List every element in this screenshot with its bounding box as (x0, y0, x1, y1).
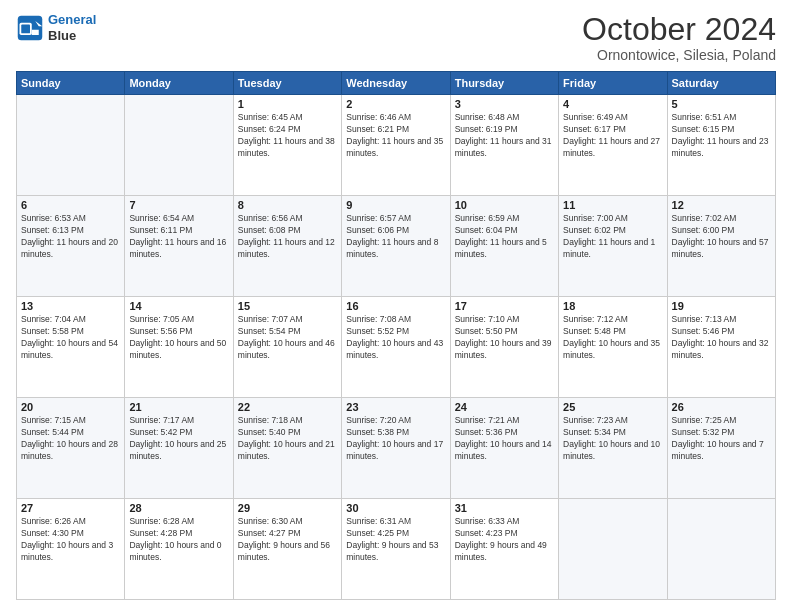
day-detail: Sunrise: 7:00 AMSunset: 6:02 PMDaylight:… (563, 213, 662, 261)
day-number: 14 (129, 300, 228, 312)
day-number: 12 (672, 199, 771, 211)
calendar-table: Sunday Monday Tuesday Wednesday Thursday… (16, 71, 776, 600)
calendar-cell: 24Sunrise: 7:21 AMSunset: 5:36 PMDayligh… (450, 398, 558, 499)
calendar-cell: 6Sunrise: 6:53 AMSunset: 6:13 PMDaylight… (17, 196, 125, 297)
calendar-cell: 11Sunrise: 7:00 AMSunset: 6:02 PMDayligh… (559, 196, 667, 297)
day-detail: Sunrise: 7:15 AMSunset: 5:44 PMDaylight:… (21, 415, 120, 463)
day-number: 10 (455, 199, 554, 211)
day-detail: Sunrise: 6:57 AMSunset: 6:06 PMDaylight:… (346, 213, 445, 261)
calendar-cell: 14Sunrise: 7:05 AMSunset: 5:56 PMDayligh… (125, 297, 233, 398)
weekday-row: Sunday Monday Tuesday Wednesday Thursday… (17, 72, 776, 95)
day-detail: Sunrise: 6:30 AMSunset: 4:27 PMDaylight:… (238, 516, 337, 564)
calendar-cell (125, 95, 233, 196)
col-wednesday: Wednesday (342, 72, 450, 95)
calendar-cell: 27Sunrise: 6:26 AMSunset: 4:30 PMDayligh… (17, 499, 125, 600)
col-sunday: Sunday (17, 72, 125, 95)
day-number: 22 (238, 401, 337, 413)
day-number: 21 (129, 401, 228, 413)
calendar-cell: 21Sunrise: 7:17 AMSunset: 5:42 PMDayligh… (125, 398, 233, 499)
day-number: 20 (21, 401, 120, 413)
calendar-cell: 7Sunrise: 6:54 AMSunset: 6:11 PMDaylight… (125, 196, 233, 297)
month-title: October 2024 (582, 12, 776, 47)
svg-rect-3 (21, 24, 30, 33)
day-number: 8 (238, 199, 337, 211)
calendar-cell: 8Sunrise: 6:56 AMSunset: 6:08 PMDaylight… (233, 196, 341, 297)
col-saturday: Saturday (667, 72, 775, 95)
day-detail: Sunrise: 6:31 AMSunset: 4:25 PMDaylight:… (346, 516, 445, 564)
day-detail: Sunrise: 7:23 AMSunset: 5:34 PMDaylight:… (563, 415, 662, 463)
calendar-cell: 16Sunrise: 7:08 AMSunset: 5:52 PMDayligh… (342, 297, 450, 398)
day-number: 13 (21, 300, 120, 312)
col-friday: Friday (559, 72, 667, 95)
day-detail: Sunrise: 6:45 AMSunset: 6:24 PMDaylight:… (238, 112, 337, 160)
day-number: 18 (563, 300, 662, 312)
calendar-week-3: 20Sunrise: 7:15 AMSunset: 5:44 PMDayligh… (17, 398, 776, 499)
calendar-cell: 4Sunrise: 6:49 AMSunset: 6:17 PMDaylight… (559, 95, 667, 196)
logo-line1: General (48, 12, 96, 27)
day-number: 27 (21, 502, 120, 514)
calendar-body: 1Sunrise: 6:45 AMSunset: 6:24 PMDaylight… (17, 95, 776, 600)
day-number: 9 (346, 199, 445, 211)
day-number: 5 (672, 98, 771, 110)
title-block: October 2024 Ornontowice, Silesia, Polan… (582, 12, 776, 63)
day-detail: Sunrise: 7:10 AMSunset: 5:50 PMDaylight:… (455, 314, 554, 362)
day-detail: Sunrise: 7:18 AMSunset: 5:40 PMDaylight:… (238, 415, 337, 463)
day-number: 26 (672, 401, 771, 413)
calendar-week-1: 6Sunrise: 6:53 AMSunset: 6:13 PMDaylight… (17, 196, 776, 297)
calendar-week-0: 1Sunrise: 6:45 AMSunset: 6:24 PMDaylight… (17, 95, 776, 196)
day-detail: Sunrise: 7:21 AMSunset: 5:36 PMDaylight:… (455, 415, 554, 463)
calendar-cell (17, 95, 125, 196)
day-number: 11 (563, 199, 662, 211)
calendar-week-4: 27Sunrise: 6:26 AMSunset: 4:30 PMDayligh… (17, 499, 776, 600)
day-detail: Sunrise: 6:56 AMSunset: 6:08 PMDaylight:… (238, 213, 337, 261)
calendar-week-2: 13Sunrise: 7:04 AMSunset: 5:58 PMDayligh… (17, 297, 776, 398)
calendar-cell: 3Sunrise: 6:48 AMSunset: 6:19 PMDaylight… (450, 95, 558, 196)
logo: General Blue (16, 12, 96, 43)
calendar-cell: 19Sunrise: 7:13 AMSunset: 5:46 PMDayligh… (667, 297, 775, 398)
day-detail: Sunrise: 7:12 AMSunset: 5:48 PMDaylight:… (563, 314, 662, 362)
day-number: 1 (238, 98, 337, 110)
calendar-cell: 20Sunrise: 7:15 AMSunset: 5:44 PMDayligh… (17, 398, 125, 499)
day-detail: Sunrise: 6:51 AMSunset: 6:15 PMDaylight:… (672, 112, 771, 160)
calendar-cell (559, 499, 667, 600)
calendar-cell: 28Sunrise: 6:28 AMSunset: 4:28 PMDayligh… (125, 499, 233, 600)
day-detail: Sunrise: 7:04 AMSunset: 5:58 PMDaylight:… (21, 314, 120, 362)
calendar-cell: 13Sunrise: 7:04 AMSunset: 5:58 PMDayligh… (17, 297, 125, 398)
calendar-cell: 26Sunrise: 7:25 AMSunset: 5:32 PMDayligh… (667, 398, 775, 499)
day-number: 17 (455, 300, 554, 312)
calendar-cell: 22Sunrise: 7:18 AMSunset: 5:40 PMDayligh… (233, 398, 341, 499)
calendar-cell: 5Sunrise: 6:51 AMSunset: 6:15 PMDaylight… (667, 95, 775, 196)
day-detail: Sunrise: 7:05 AMSunset: 5:56 PMDaylight:… (129, 314, 228, 362)
day-detail: Sunrise: 7:07 AMSunset: 5:54 PMDaylight:… (238, 314, 337, 362)
day-number: 6 (21, 199, 120, 211)
day-number: 31 (455, 502, 554, 514)
logo-line2: Blue (48, 28, 96, 44)
day-number: 4 (563, 98, 662, 110)
day-number: 19 (672, 300, 771, 312)
calendar-cell: 15Sunrise: 7:07 AMSunset: 5:54 PMDayligh… (233, 297, 341, 398)
day-detail: Sunrise: 6:53 AMSunset: 6:13 PMDaylight:… (21, 213, 120, 261)
day-detail: Sunrise: 6:59 AMSunset: 6:04 PMDaylight:… (455, 213, 554, 261)
day-detail: Sunrise: 6:26 AMSunset: 4:30 PMDaylight:… (21, 516, 120, 564)
day-number: 24 (455, 401, 554, 413)
calendar-cell: 31Sunrise: 6:33 AMSunset: 4:23 PMDayligh… (450, 499, 558, 600)
day-detail: Sunrise: 7:17 AMSunset: 5:42 PMDaylight:… (129, 415, 228, 463)
calendar-cell (667, 499, 775, 600)
calendar-cell: 23Sunrise: 7:20 AMSunset: 5:38 PMDayligh… (342, 398, 450, 499)
calendar-cell: 10Sunrise: 6:59 AMSunset: 6:04 PMDayligh… (450, 196, 558, 297)
day-number: 16 (346, 300, 445, 312)
day-detail: Sunrise: 7:20 AMSunset: 5:38 PMDaylight:… (346, 415, 445, 463)
calendar-cell: 29Sunrise: 6:30 AMSunset: 4:27 PMDayligh… (233, 499, 341, 600)
day-detail: Sunrise: 6:49 AMSunset: 6:17 PMDaylight:… (563, 112, 662, 160)
day-number: 25 (563, 401, 662, 413)
day-number: 30 (346, 502, 445, 514)
day-detail: Sunrise: 6:46 AMSunset: 6:21 PMDaylight:… (346, 112, 445, 160)
calendar-cell: 30Sunrise: 6:31 AMSunset: 4:25 PMDayligh… (342, 499, 450, 600)
day-detail: Sunrise: 6:48 AMSunset: 6:19 PMDaylight:… (455, 112, 554, 160)
calendar-cell: 12Sunrise: 7:02 AMSunset: 6:00 PMDayligh… (667, 196, 775, 297)
col-monday: Monday (125, 72, 233, 95)
day-number: 28 (129, 502, 228, 514)
day-detail: Sunrise: 7:25 AMSunset: 5:32 PMDaylight:… (672, 415, 771, 463)
header: General Blue October 2024 Ornontowice, S… (16, 12, 776, 63)
day-number: 29 (238, 502, 337, 514)
